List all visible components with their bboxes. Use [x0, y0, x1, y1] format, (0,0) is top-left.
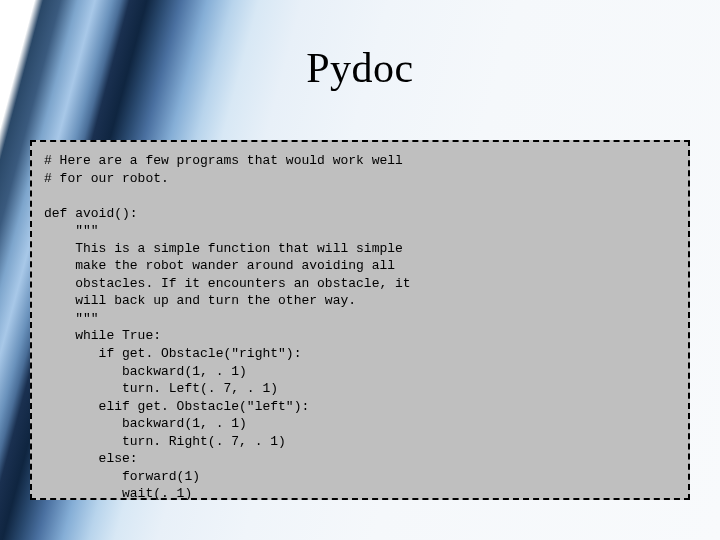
code-box: # Here are a few programs that would wor… — [30, 140, 690, 500]
code-content: # Here are a few programs that would wor… — [44, 152, 676, 503]
slide: Pydoc # Here are a few programs that wou… — [0, 0, 720, 540]
slide-title: Pydoc — [0, 44, 720, 92]
